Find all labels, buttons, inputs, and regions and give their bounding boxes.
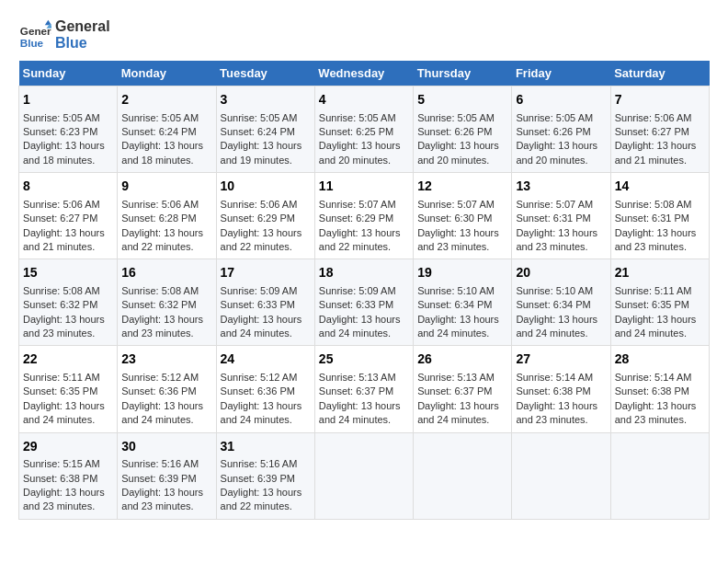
day-info: Sunrise: 5:06 AMSunset: 6:27 PMDaylight:… (23, 199, 105, 252)
calendar-header-row: SundayMondayTuesdayWednesdayThursdayFrid… (19, 61, 710, 86)
day-number: 19 (417, 264, 507, 282)
calendar-cell: 18Sunrise: 5:09 AMSunset: 6:33 PMDayligh… (314, 259, 413, 346)
calendar-week-row: 8Sunrise: 5:06 AMSunset: 6:27 PMDaylight… (19, 173, 710, 259)
calendar-cell: 22Sunrise: 5:11 AMSunset: 6:35 PMDayligh… (19, 346, 118, 432)
calendar-cell: 12Sunrise: 5:07 AMSunset: 6:30 PMDayligh… (414, 173, 512, 259)
header-sunday: Sunday (19, 61, 118, 86)
day-number: 7 (615, 91, 705, 109)
calendar-cell: 25Sunrise: 5:13 AMSunset: 6:37 PMDayligh… (314, 346, 413, 432)
calendar-week-row: 1Sunrise: 5:05 AMSunset: 6:23 PMDaylight… (19, 86, 710, 173)
day-info: Sunrise: 5:12 AMSunset: 6:36 PMDaylight:… (121, 372, 203, 425)
day-info: Sunrise: 5:05 AMSunset: 6:26 PMDaylight:… (417, 112, 499, 166)
day-info: Sunrise: 5:05 AMSunset: 6:24 PMDaylight:… (121, 112, 203, 166)
calendar-cell: 28Sunrise: 5:14 AMSunset: 6:38 PMDayligh… (610, 346, 709, 432)
day-info: Sunrise: 5:13 AMSunset: 6:37 PMDaylight:… (417, 372, 499, 425)
day-info: Sunrise: 5:13 AMSunset: 6:37 PMDaylight:… (319, 372, 401, 425)
day-info: Sunrise: 5:10 AMSunset: 6:34 PMDaylight:… (516, 285, 597, 339)
day-info: Sunrise: 5:06 AMSunset: 6:29 PMDaylight:… (221, 199, 302, 252)
calendar-cell (610, 432, 709, 519)
calendar-cell: 6Sunrise: 5:05 AMSunset: 6:26 PMDaylight… (512, 86, 610, 173)
day-number: 6 (516, 91, 606, 109)
day-number: 29 (23, 438, 113, 456)
day-number: 14 (615, 178, 705, 196)
calendar-cell: 15Sunrise: 5:08 AMSunset: 6:32 PMDayligh… (19, 259, 118, 346)
calendar-cell: 16Sunrise: 5:08 AMSunset: 6:32 PMDayligh… (118, 259, 216, 346)
day-info: Sunrise: 5:16 AMSunset: 6:39 PMDaylight:… (221, 458, 302, 511)
day-info: Sunrise: 5:09 AMSunset: 6:33 PMDaylight:… (319, 285, 401, 339)
calendar-cell: 10Sunrise: 5:06 AMSunset: 6:29 PMDayligh… (216, 173, 314, 259)
day-number: 2 (121, 91, 211, 109)
day-info: Sunrise: 5:11 AMSunset: 6:35 PMDaylight:… (615, 285, 697, 339)
svg-marker-2 (45, 20, 51, 25)
calendar-cell: 31Sunrise: 5:16 AMSunset: 6:39 PMDayligh… (216, 432, 314, 519)
day-info: Sunrise: 5:05 AMSunset: 6:23 PMDaylight:… (23, 112, 105, 166)
calendar-cell: 24Sunrise: 5:12 AMSunset: 6:36 PMDayligh… (216, 346, 314, 432)
day-number: 25 (319, 350, 409, 369)
calendar-cell: 7Sunrise: 5:06 AMSunset: 6:27 PMDaylight… (610, 86, 709, 173)
page-header: General Blue General Blue (18, 18, 710, 52)
day-number: 13 (516, 178, 606, 196)
calendar-cell (414, 432, 512, 519)
calendar-table: SundayMondayTuesdayWednesdayThursdayFrid… (18, 61, 710, 520)
svg-text:General: General (20, 25, 51, 37)
day-number: 20 (516, 264, 606, 282)
calendar-cell: 3Sunrise: 5:05 AMSunset: 6:24 PMDaylight… (216, 86, 314, 173)
day-info: Sunrise: 5:06 AMSunset: 6:27 PMDaylight:… (615, 112, 697, 166)
day-number: 16 (121, 264, 211, 282)
day-info: Sunrise: 5:15 AMSunset: 6:38 PMDaylight:… (23, 458, 105, 511)
day-info: Sunrise: 5:12 AMSunset: 6:36 PMDaylight:… (221, 372, 302, 425)
calendar-cell: 5Sunrise: 5:05 AMSunset: 6:26 PMDaylight… (414, 86, 512, 173)
day-info: Sunrise: 5:06 AMSunset: 6:28 PMDaylight:… (121, 199, 203, 252)
calendar-cell: 14Sunrise: 5:08 AMSunset: 6:31 PMDayligh… (610, 173, 709, 259)
calendar-cell: 26Sunrise: 5:13 AMSunset: 6:37 PMDayligh… (414, 346, 512, 432)
calendar-cell: 21Sunrise: 5:11 AMSunset: 6:35 PMDayligh… (610, 259, 709, 346)
day-number: 26 (417, 350, 507, 369)
calendar-cell: 11Sunrise: 5:07 AMSunset: 6:29 PMDayligh… (314, 173, 413, 259)
calendar-cell (512, 432, 610, 519)
header-wednesday: Wednesday (314, 61, 413, 86)
day-info: Sunrise: 5:07 AMSunset: 6:29 PMDaylight:… (319, 199, 401, 252)
day-number: 9 (121, 178, 211, 196)
day-number: 12 (417, 178, 507, 196)
day-number: 10 (221, 178, 311, 196)
calendar-cell: 29Sunrise: 5:15 AMSunset: 6:38 PMDayligh… (19, 432, 118, 519)
header-monday: Monday (118, 61, 216, 86)
day-info: Sunrise: 5:07 AMSunset: 6:31 PMDaylight:… (516, 199, 597, 252)
calendar-cell: 2Sunrise: 5:05 AMSunset: 6:24 PMDaylight… (118, 86, 216, 173)
logo-general: General (55, 18, 110, 35)
day-info: Sunrise: 5:08 AMSunset: 6:31 PMDaylight:… (615, 199, 697, 252)
day-info: Sunrise: 5:05 AMSunset: 6:24 PMDaylight:… (221, 112, 302, 166)
calendar-week-row: 29Sunrise: 5:15 AMSunset: 6:38 PMDayligh… (19, 432, 710, 519)
day-number: 5 (417, 91, 507, 109)
calendar-cell (314, 432, 413, 519)
day-info: Sunrise: 5:08 AMSunset: 6:32 PMDaylight:… (121, 285, 203, 339)
day-info: Sunrise: 5:07 AMSunset: 6:30 PMDaylight:… (417, 199, 499, 252)
day-number: 15 (23, 264, 113, 282)
day-info: Sunrise: 5:05 AMSunset: 6:26 PMDaylight:… (516, 112, 597, 166)
logo-blue: Blue (55, 35, 110, 52)
calendar-week-row: 15Sunrise: 5:08 AMSunset: 6:32 PMDayligh… (19, 259, 710, 346)
day-info: Sunrise: 5:14 AMSunset: 6:38 PMDaylight:… (615, 372, 697, 425)
day-info: Sunrise: 5:11 AMSunset: 6:35 PMDaylight:… (23, 372, 105, 425)
day-number: 11 (319, 178, 409, 196)
calendar-cell: 17Sunrise: 5:09 AMSunset: 6:33 PMDayligh… (216, 259, 314, 346)
day-number: 17 (221, 264, 311, 282)
day-number: 22 (23, 350, 113, 369)
calendar-cell: 27Sunrise: 5:14 AMSunset: 6:38 PMDayligh… (512, 346, 610, 432)
day-number: 30 (121, 438, 211, 456)
logo: General Blue General Blue (18, 18, 110, 52)
calendar-week-row: 22Sunrise: 5:11 AMSunset: 6:35 PMDayligh… (19, 346, 710, 432)
calendar-cell: 4Sunrise: 5:05 AMSunset: 6:25 PMDaylight… (314, 86, 413, 173)
calendar-cell: 19Sunrise: 5:10 AMSunset: 6:34 PMDayligh… (414, 259, 512, 346)
day-number: 1 (23, 91, 113, 109)
header-saturday: Saturday (610, 61, 709, 86)
day-info: Sunrise: 5:10 AMSunset: 6:34 PMDaylight:… (417, 285, 499, 339)
day-info: Sunrise: 5:08 AMSunset: 6:32 PMDaylight:… (23, 285, 105, 339)
day-number: 31 (221, 438, 311, 456)
day-info: Sunrise: 5:14 AMSunset: 6:38 PMDaylight:… (516, 372, 597, 425)
header-tuesday: Tuesday (216, 61, 314, 86)
calendar-cell: 8Sunrise: 5:06 AMSunset: 6:27 PMDaylight… (19, 173, 118, 259)
header-friday: Friday (512, 61, 610, 86)
day-number: 28 (615, 350, 705, 369)
calendar-cell: 9Sunrise: 5:06 AMSunset: 6:28 PMDaylight… (118, 173, 216, 259)
